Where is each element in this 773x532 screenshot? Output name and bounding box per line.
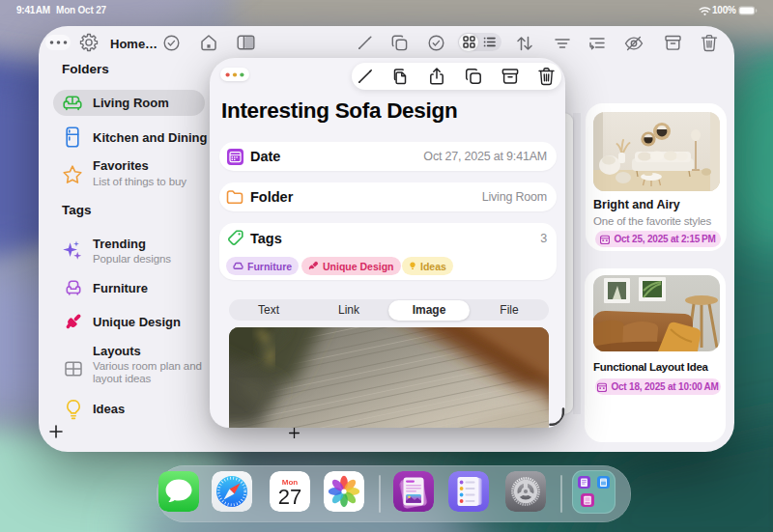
svg-text:27: 27: [278, 485, 301, 509]
